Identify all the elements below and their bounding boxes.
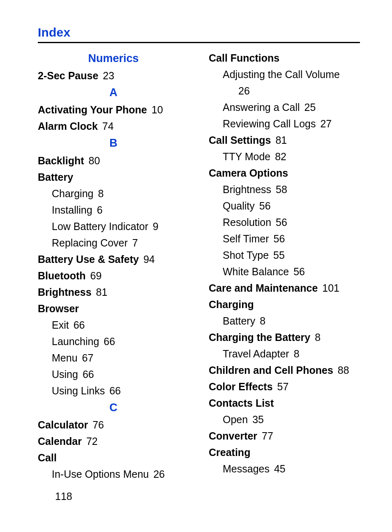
page-ref[interactable]: 8 (294, 348, 300, 359)
index-term: Calculator (38, 419, 88, 431)
index-subentry: Replacing Cover 7 (38, 235, 183, 251)
subentry-label: Installing (52, 204, 92, 216)
page-ref[interactable]: 25 (304, 101, 316, 113)
index-entry: Contacts List (209, 395, 360, 411)
page-ref[interactable]: 81 (96, 286, 108, 298)
index-entry: Battery Use & Safety 94 (38, 251, 189, 267)
page-ref[interactable]: 6 (97, 204, 103, 216)
section-a: A (38, 84, 189, 101)
index-term: Battery (38, 171, 73, 183)
page-ref[interactable]: 82 (275, 151, 286, 162)
page-ref[interactable]: 7 (132, 237, 138, 249)
index-subentry: Exit 66 (38, 317, 183, 333)
page-ref[interactable]: 74 (102, 120, 114, 132)
index-subentry: Installing 6 (38, 202, 183, 218)
index-entry: Activating Your Phone 10 (38, 101, 189, 118)
index-entry: Children and Cell Phones 88 (209, 362, 360, 378)
index-entry: Camera Options (209, 165, 360, 181)
page-ref[interactable]: 76 (92, 419, 104, 431)
index-term: Activating Your Phone (38, 104, 147, 115)
page-ref[interactable]: 8 (260, 315, 265, 327)
page-ref[interactable]: 56 (276, 216, 287, 228)
page-ref[interactable]: 8 (315, 332, 321, 343)
index-subentry: Travel Adapter 8 (209, 345, 354, 362)
index-term: Charging the Battery (209, 332, 310, 343)
index-term: Charging (209, 299, 254, 310)
page-ref[interactable]: 94 (143, 253, 155, 265)
index-subentry: Using Links 66 (38, 382, 183, 399)
page-ref[interactable]: 58 (276, 184, 287, 195)
column-right: Call Functions Adjusting the Call Volume… (209, 50, 360, 482)
page-ref[interactable]: 66 (104, 336, 115, 347)
subentry-label: Self Timer (223, 233, 269, 244)
index-term: 2-Sec Pause (38, 70, 98, 81)
index-entry: Battery (38, 169, 189, 185)
index-subentry-page: 26 (209, 83, 360, 99)
index-term: Call (38, 452, 57, 463)
index-entry: Calculator 76 (38, 417, 189, 433)
page-ref[interactable]: 88 (338, 364, 349, 376)
subentry-label: Reviewing Call Logs (223, 118, 316, 129)
index-columns: Numerics 2-Sec Pause 23 A Activating You… (38, 50, 360, 482)
subentry-label: Messages (223, 463, 270, 474)
index-term: Backlight (38, 155, 84, 166)
page-ref[interactable]: 81 (275, 134, 287, 146)
index-entry: Converter 77 (209, 428, 360, 444)
index-subentry: Messages 45 (209, 461, 354, 477)
page-ref[interactable]: 55 (273, 249, 285, 261)
page-ref[interactable]: 66 (74, 319, 85, 331)
page-ref[interactable]: 56 (293, 266, 305, 277)
index-term: Contacts List (209, 397, 274, 409)
page-ref[interactable]: 101 (322, 282, 339, 294)
index-subentry: Resolution 56 (209, 214, 354, 230)
page-ref[interactable]: 69 (90, 270, 102, 281)
page-ref[interactable]: 23 (103, 70, 114, 81)
index-subentry: Reviewing Call Logs 27 (209, 115, 354, 132)
subentry-label: Answering a Call (223, 101, 300, 113)
index-entry: Charging (209, 296, 360, 313)
page-ref[interactable]: 9 (153, 221, 159, 232)
subentry-label: Using (52, 368, 78, 380)
index-subentry: Launching 66 (38, 333, 183, 350)
index-term: Call Settings (209, 134, 271, 146)
subentry-label: Launching (52, 336, 99, 347)
page-ref[interactable]: 66 (83, 368, 94, 380)
title-rule (38, 42, 360, 43)
page-ref[interactable]: 35 (252, 414, 264, 425)
page-ref[interactable]: 26 (153, 468, 165, 480)
index-subentry: Menu 67 (38, 350, 183, 366)
page-ref[interactable]: 67 (82, 352, 94, 364)
page-ref[interactable]: 77 (262, 430, 273, 442)
page-ref[interactable]: 56 (259, 200, 271, 212)
page-ref[interactable]: 66 (109, 385, 121, 396)
page-ref[interactable]: 80 (88, 155, 100, 166)
page-ref[interactable]: 57 (277, 381, 289, 392)
page-ref[interactable]: 10 (152, 104, 163, 115)
section-numerics: Numerics (38, 50, 189, 67)
index-subentry: White Balance 56 (209, 263, 354, 280)
index-subentry: Quality 56 (209, 198, 354, 214)
index-subentry: Low Battery Indicator 9 (38, 218, 183, 235)
subentry-label: Travel Adapter (223, 348, 289, 359)
subentry-label: Resolution (223, 216, 271, 228)
index-subentry: Open 35 (209, 411, 354, 428)
index-term: Creating (209, 447, 250, 458)
subentry-label: Replacing Cover (52, 237, 128, 249)
index-entry: Care and Maintenance 101 (209, 280, 360, 296)
column-left: Numerics 2-Sec Pause 23 A Activating You… (38, 50, 189, 482)
index-term: Alarm Clock (38, 120, 98, 132)
index-subentry: Charging 8 (38, 185, 183, 202)
page-ref[interactable]: 8 (98, 188, 104, 199)
index-term: Camera Options (209, 167, 288, 179)
page-ref[interactable]: 56 (273, 233, 285, 244)
page-ref[interactable]: 27 (320, 118, 332, 129)
page-ref[interactable]: 26 (238, 85, 250, 97)
index-subentry: Battery 8 (209, 313, 354, 329)
index-entry: 2-Sec Pause 23 (38, 67, 189, 84)
page-ref[interactable]: 72 (86, 435, 98, 447)
subentry-label: Brightness (223, 184, 271, 195)
page-ref[interactable]: 45 (274, 463, 286, 474)
index-entry: Alarm Clock 74 (38, 118, 189, 134)
index-entry: Backlight 80 (38, 152, 189, 169)
subentry-label: White Balance (223, 266, 289, 277)
